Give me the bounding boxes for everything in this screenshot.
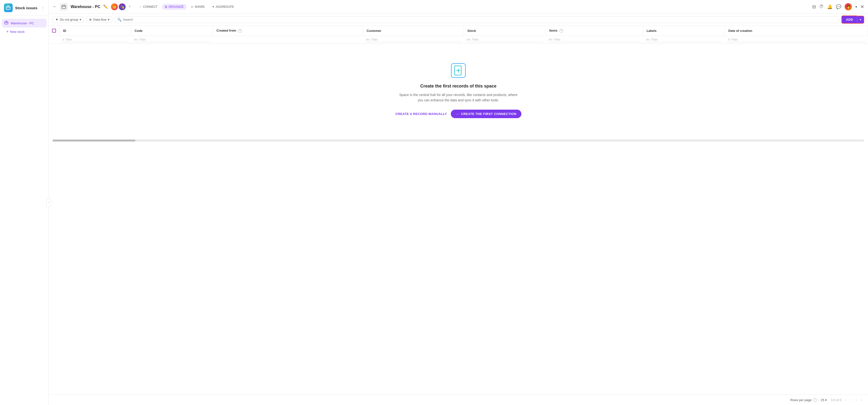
filter-cell-labels[interactable]: abc Filter xyxy=(643,36,725,43)
th-id-label: ID xyxy=(63,29,66,33)
edit-icon[interactable]: ✏️ xyxy=(103,4,108,9)
action-buttons: → CONNECT ⊞ ORGANIZE ⇐ SHARE ✦ AGGREGATE xyxy=(136,4,237,10)
topnav-right: ⊟ ⏱ 🔔 💬 👩 ▾ ✕ xyxy=(812,3,864,10)
share-label: SHARE xyxy=(195,5,205,8)
search-input[interactable] xyxy=(123,18,836,22)
filter-cell-id[interactable]: ≡ Filter xyxy=(60,36,131,43)
filter-lines-icon: ≡ xyxy=(63,38,64,41)
rows-per-page-help-icon[interactable]: ? xyxy=(813,398,817,402)
more-options-icon[interactable]: ⋮ xyxy=(41,6,44,10)
search-bar[interactable]: 🔍 xyxy=(115,16,839,23)
select-all-checkbox[interactable] xyxy=(52,29,56,33)
rows-per-page-separator: : xyxy=(818,398,819,402)
user-avatar[interactable]: 👩 xyxy=(845,3,852,10)
empty-state-description: Space is the central hub for all your re… xyxy=(398,92,519,103)
first-page-button[interactable]: « xyxy=(844,397,848,403)
data-table: ID Code Created from ? Customer Stock xyxy=(49,26,868,44)
page-title: Warehouse - PC xyxy=(70,5,100,9)
th-customer: Customer xyxy=(363,26,464,36)
th-date-of-creation: Date of creation xyxy=(725,26,868,36)
th-checkbox[interactable] xyxy=(49,26,60,36)
th-code-label: Code xyxy=(134,29,143,33)
create-first-connection-button[interactable]: → CREATE THE FIRST CONNECTION xyxy=(451,110,521,118)
add-dropdown-button[interactable]: ▾ xyxy=(857,16,864,24)
last-page-button[interactable]: » xyxy=(860,397,864,403)
filter-cell-customer[interactable]: abc Filter xyxy=(363,36,464,43)
dataflow-icon: ⊕ xyxy=(89,18,92,22)
rows-select-dropdown[interactable]: 25 ▾ xyxy=(821,398,827,402)
topnav: ← Warehouse - PC ✏️ 👑 🎭 + → CONNECT ⊞ OR… xyxy=(49,0,868,13)
filter-code-label: Filter xyxy=(140,38,146,41)
share-icon: ⇐ xyxy=(191,5,193,8)
connect-button[interactable]: → CONNECT xyxy=(136,4,160,10)
share-button[interactable]: ⇐ SHARE xyxy=(188,4,208,10)
scrollbar-thumb[interactable] xyxy=(53,139,135,141)
page-icon xyxy=(60,3,68,11)
horizontal-scrollbar[interactable] xyxy=(53,139,864,141)
chat-icon[interactable]: 💬 xyxy=(836,4,841,9)
warehouse-icon xyxy=(4,21,8,26)
th-stock: Stock xyxy=(464,26,546,36)
items-help-icon[interactable]: ? xyxy=(559,29,563,33)
aggregate-button[interactable]: ✦ AGGREGATE xyxy=(209,4,237,10)
filter-row: ≡ Filter abc Filter abc xyxy=(49,36,868,43)
app-logo xyxy=(4,3,13,12)
svg-rect-0 xyxy=(6,7,10,9)
add-user-icon[interactable]: + xyxy=(128,4,131,9)
filter-id-label: Filter xyxy=(66,38,72,41)
filter-cell-created-from xyxy=(213,36,363,43)
connect-icon: → xyxy=(139,5,142,8)
add-button[interactable]: ADD xyxy=(841,15,857,24)
user-dropdown-icon[interactable]: ▾ xyxy=(855,5,857,9)
filter-cell-stock[interactable]: abc Filter xyxy=(464,36,546,43)
create-record-manually-button[interactable]: CREATE A RECORD MANUALLY xyxy=(395,112,447,116)
new-stock-button[interactable]: + New stock xyxy=(2,28,46,36)
th-labels: Labels xyxy=(643,26,725,36)
sidebar: Stock issues ⋮ Warehouse - PC + New stoc… xyxy=(0,0,49,405)
filter-items-label: Filter xyxy=(554,38,561,41)
avatar-group: 👑 🎭 xyxy=(111,3,126,10)
bell-icon[interactable]: 🔔 xyxy=(827,4,833,9)
organize-icon: ⊞ xyxy=(165,5,167,8)
svg-rect-1 xyxy=(5,22,8,24)
filter-cell-date[interactable]: ⊽ Filter xyxy=(725,36,868,43)
dataflow-button[interactable]: ⊕ Data flow ▾ xyxy=(86,16,112,23)
add-button-group: ADD ▾ xyxy=(841,15,864,24)
avatar-1: 👑 xyxy=(111,3,118,10)
filter-abc-icon-labels: abc xyxy=(646,38,650,41)
close-button[interactable]: ✕ xyxy=(861,4,864,9)
sidebar-item-warehouse[interactable]: Warehouse - PC xyxy=(2,19,46,28)
rows-dropdown-icon: ▾ xyxy=(825,398,827,402)
connection-icon: → xyxy=(456,112,459,116)
organize-label: ORGANIZE xyxy=(168,5,184,8)
layout-icon[interactable]: ⊟ xyxy=(812,4,816,9)
filter-button[interactable]: ▼ Do not group ▾ xyxy=(53,16,84,23)
filter-cell-code[interactable]: abc Filter xyxy=(131,36,213,43)
next-page-button[interactable]: › xyxy=(855,397,858,403)
filter-cell-items[interactable]: abc Filter xyxy=(546,36,643,43)
connection-label: CREATE THE FIRST CONNECTION xyxy=(461,112,517,116)
avatar-2: 🎭 xyxy=(119,3,126,10)
prev-page-button[interactable]: ‹ xyxy=(849,397,852,403)
th-items-label: Items xyxy=(549,29,557,32)
organize-button[interactable]: ⊞ ORGANIZE xyxy=(162,4,187,10)
th-created-from: Created from ? xyxy=(213,26,363,36)
filter-cell-blank xyxy=(49,36,60,43)
th-id: ID xyxy=(60,26,131,36)
filter-stock-label: Filter xyxy=(472,38,479,41)
table-footer: Rows per page ? : 25 ▾ 0-0 of 0 « ‹ › » xyxy=(49,395,868,405)
created-from-help-icon[interactable]: ? xyxy=(238,29,242,33)
sidebar-item-label: Warehouse - PC xyxy=(11,22,34,25)
th-customer-label: Customer xyxy=(367,29,381,33)
new-stock-label: New stock xyxy=(10,30,25,34)
table-header-row: ID Code Created from ? Customer Stock xyxy=(49,26,868,36)
timer-icon[interactable]: ⏱ xyxy=(819,4,824,9)
filter-chevron-icon: ▾ xyxy=(80,18,81,22)
dataflow-chevron-icon: ▾ xyxy=(108,18,110,22)
sidebar-collapse-button[interactable]: ‹ xyxy=(46,198,51,207)
filter-abc-icon-items: abc xyxy=(549,38,553,41)
plus-icon: + xyxy=(6,29,8,34)
th-created-from-label: Created from xyxy=(216,29,236,32)
back-button[interactable]: ← xyxy=(53,4,57,9)
empty-state-actions: CREATE A RECORD MANUALLY → CREATE THE FI… xyxy=(395,110,521,118)
